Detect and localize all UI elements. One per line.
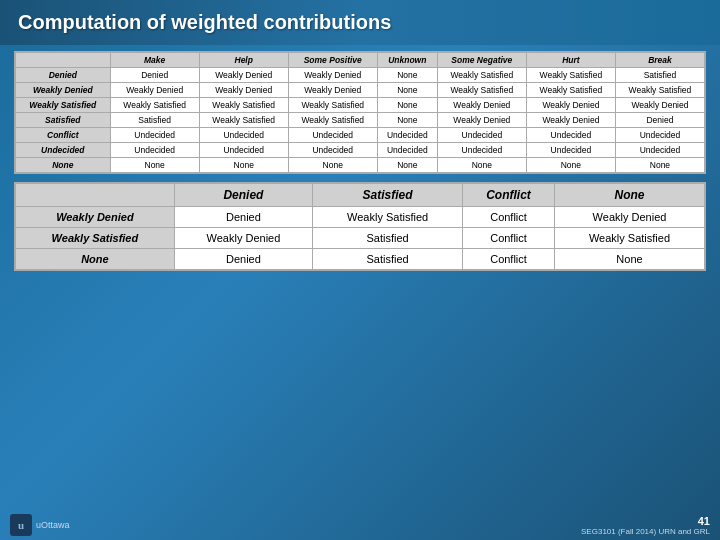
table-cell: Weakly Denied [526, 113, 615, 128]
table-cell: Satisfied [110, 113, 199, 128]
table-cell: Weakly Denied [174, 228, 312, 249]
header: Computation of weighted contributions [0, 0, 720, 45]
table-cell: Undecided [110, 143, 199, 158]
row-header-cell: Weakly Denied [16, 207, 175, 228]
table-cell: Undecided [377, 143, 437, 158]
row-header-cell: Conflict [16, 128, 111, 143]
table-cell: Undecided [437, 128, 526, 143]
table-cell: Weakly Denied [288, 68, 377, 83]
table-row: SatisfiedSatisfiedWeakly SatisfiedWeakly… [16, 113, 705, 128]
svg-text:u: u [18, 519, 24, 531]
table-cell: Undecided [288, 143, 377, 158]
table-row: NoneNoneNoneNoneNoneNoneNoneNone [16, 158, 705, 173]
row-header-cell: Undecided [16, 143, 111, 158]
large-table-col-somepositive: Some Positive [288, 53, 377, 68]
table-cell: None [615, 158, 704, 173]
row-header-cell: None [16, 158, 111, 173]
row-header-cell: Satisfied [16, 113, 111, 128]
table-cell: None [377, 98, 437, 113]
small-table-container: Denied Satisfied Conflict None Weakly De… [14, 182, 706, 271]
table-cell: Undecided [615, 128, 704, 143]
large-table-col-hurt: Hurt [526, 53, 615, 68]
footer: u uOttawa 41 SEG3101 (Fall 2014) URN and… [0, 512, 720, 540]
table-cell: Conflict [463, 249, 555, 270]
table-cell: Weakly Satisfied [526, 83, 615, 98]
table-cell: Undecided [110, 128, 199, 143]
table-cell: Weakly Denied [110, 83, 199, 98]
small-table-corner [16, 184, 175, 207]
table-cell: Weakly Denied [615, 98, 704, 113]
uottawa-label: uOttawa [36, 520, 70, 530]
table-cell: Conflict [463, 207, 555, 228]
table-cell: Weakly Satisfied [437, 68, 526, 83]
table-cell: Undecided [526, 143, 615, 158]
table-cell: Undecided [199, 143, 288, 158]
table-cell: Weakly Satisfied [288, 98, 377, 113]
small-table-col-conflict: Conflict [463, 184, 555, 207]
table-cell: Weakly Satisfied [554, 228, 704, 249]
table-cell: Weakly Denied [554, 207, 704, 228]
table-cell: Weakly Denied [288, 83, 377, 98]
table-cell: Undecided [526, 128, 615, 143]
table-cell: Undecided [377, 128, 437, 143]
table-cell: Undecided [288, 128, 377, 143]
table-cell: Undecided [437, 143, 526, 158]
uottawa-logo-icon: u [10, 514, 32, 536]
table-cell: Weakly Denied [199, 68, 288, 83]
small-table: Denied Satisfied Conflict None Weakly De… [15, 183, 705, 270]
table-cell: Weakly Satisfied [288, 113, 377, 128]
slide: Computation of weighted contributions Ma… [0, 0, 720, 540]
table-cell: Satisfied [313, 249, 463, 270]
large-table-container: Make Help Some Positive Unknown Some Neg… [14, 51, 706, 174]
table-cell: Undecided [615, 143, 704, 158]
table-cell: Weakly Satisfied [313, 207, 463, 228]
footer-right-area: 41 SEG3101 (Fall 2014) URN and GRL [581, 515, 710, 536]
table-cell: None [437, 158, 526, 173]
row-header-cell: Weakly Denied [16, 83, 111, 98]
large-table-col-help: Help [199, 53, 288, 68]
large-table-col-break: Break [615, 53, 704, 68]
table-cell: None [377, 158, 437, 173]
table-cell: None [377, 68, 437, 83]
table-cell: Satisfied [313, 228, 463, 249]
table-cell: Denied [174, 249, 312, 270]
row-header-cell: Denied [16, 68, 111, 83]
large-table-header-row: Make Help Some Positive Unknown Some Neg… [16, 53, 705, 68]
row-header-cell: Weakly Satisfied [16, 98, 111, 113]
table-cell: Weakly Denied [437, 98, 526, 113]
table-cell: Weakly Satisfied [199, 113, 288, 128]
small-table-col-denied: Denied [174, 184, 312, 207]
row-header-cell: None [16, 249, 175, 270]
table-cell: Weakly Satisfied [615, 83, 704, 98]
table-cell: None [377, 113, 437, 128]
table-row: Weakly SatisfiedWeakly DeniedSatisfiedCo… [16, 228, 705, 249]
table-cell: Weakly Satisfied [526, 68, 615, 83]
table-cell: Denied [615, 113, 704, 128]
table-row: Weakly SatisfiedWeakly SatisfiedWeakly S… [16, 98, 705, 113]
table-cell: Weakly Denied [437, 113, 526, 128]
table-cell: Weakly Satisfied [199, 98, 288, 113]
page-title: Computation of weighted contributions [18, 11, 391, 34]
table-cell: Conflict [463, 228, 555, 249]
table-cell: None [526, 158, 615, 173]
course-info: SEG3101 (Fall 2014) URN and GRL [581, 527, 710, 536]
table-cell: Satisfied [615, 68, 704, 83]
content-area: Make Help Some Positive Unknown Some Neg… [0, 45, 720, 512]
small-table-col-satisfied: Satisfied [313, 184, 463, 207]
logo-svg: u [12, 516, 30, 534]
page-number: 41 [581, 515, 710, 527]
row-header-cell: Weakly Satisfied [16, 228, 175, 249]
small-table-header-row: Denied Satisfied Conflict None [16, 184, 705, 207]
large-table-col-make: Make [110, 53, 199, 68]
table-cell: Denied [110, 68, 199, 83]
table-cell: None [288, 158, 377, 173]
table-row: DeniedDeniedWeakly DeniedWeakly DeniedNo… [16, 68, 705, 83]
table-row: Weakly DeniedDeniedWeakly SatisfiedConfl… [16, 207, 705, 228]
large-table: Make Help Some Positive Unknown Some Neg… [15, 52, 705, 173]
large-table-col-unknown: Unknown [377, 53, 437, 68]
table-row: NoneDeniedSatisfiedConflictNone [16, 249, 705, 270]
table-cell: Denied [174, 207, 312, 228]
table-cell: None [377, 83, 437, 98]
table-row: ConflictUndecidedUndecidedUndecidedUndec… [16, 128, 705, 143]
table-cell: None [199, 158, 288, 173]
